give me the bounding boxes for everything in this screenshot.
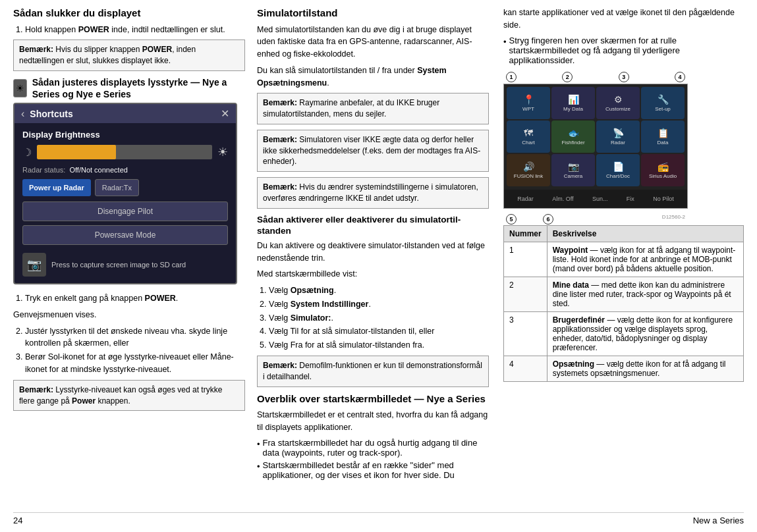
table-row-2: 2 Mine data — med dette ikon kan du admi…	[504, 277, 744, 311]
table-cell-num-4: 4	[504, 356, 547, 381]
radar-buttons-row: Power up Radar Radar:Tx	[22, 179, 228, 196]
note1-label: Bemærk:	[19, 45, 53, 54]
power-up-radar-button[interactable]: Power up Radar	[22, 179, 91, 196]
screen-apps-grid: 📍WPT 📊My Data ⚙Customize 🔧Set-up 🗺Chart …	[504, 84, 687, 190]
right-bullet1: • Stryg fingeren hen over skærmen for at…	[503, 36, 744, 65]
sim-note3-box: Bemærk: Hvis du ændrer systemindstilling…	[257, 177, 489, 209]
startscreen-bullet1: • Fra startskærmbilledet har du også hur…	[257, 438, 489, 458]
table-col-beskrivelse: Beskrivelse	[547, 225, 743, 242]
col-mid: Simulatortilstand Med simulatortilstande…	[257, 7, 501, 507]
table-cell-num-1: 1	[504, 242, 547, 277]
brightness-bar-fill	[37, 145, 116, 159]
simulatortilstand-heading: Simulatortilstand	[257, 7, 489, 20]
right-para1: kan starte applikationer ved at vælge ik…	[503, 7, 744, 32]
table-header-row: Nummer Beskrivelse	[504, 225, 744, 242]
table-col-nummer: Nummer	[504, 225, 547, 242]
circle-num-2: 2	[562, 72, 573, 82]
app-customize: ⚙Customize	[596, 87, 640, 119]
table-cell-desc-2: Mine data — med dette ikon kan du admini…	[547, 277, 743, 311]
screen-container: 1 2 3 4 📍WPT 📊My Data ⚙Customize 🔧Set-up…	[503, 72, 688, 220]
sim-section2-heading: Sådan aktiverer eller deaktiverer du sim…	[257, 214, 489, 237]
step1-text: Hold knappen	[25, 25, 78, 34]
col-right: kan starte applikationer ved at vælge ik…	[501, 7, 744, 507]
app-chartdoc: 📄Chart/Doc	[596, 154, 640, 186]
sim-note2-box: Bemærk: Simulatoren viser IKKE ægte data…	[257, 130, 489, 172]
circle-num-3: 3	[619, 72, 629, 82]
step1-bold: POWER	[78, 25, 109, 34]
table-row-1: 1 Waypoint — vælg ikon for at få adgang …	[504, 242, 744, 277]
note1-text: Hvis du slipper knappen	[53, 45, 142, 54]
sim-para1: Med simulatortilstanden kan du øve dig i…	[257, 24, 489, 61]
sim-para3: Du kan aktivere og deaktivere simulator-…	[257, 240, 489, 265]
page-number: 24	[13, 516, 22, 525]
note1-box: Bemærk: Hvis du slipper knappen POWER, i…	[13, 40, 245, 71]
screen-btn-radar: Radar	[517, 196, 534, 202]
note1-bold: POWER	[142, 45, 172, 54]
app-chart: 🗺Chart	[507, 120, 550, 153]
app-wpt: 📍WPT	[507, 87, 550, 119]
screen-image: 📍WPT 📊My Data ⚙Customize 🔧Set-up 🗺Chart …	[503, 84, 688, 209]
note2-box: Bemærk: Lysstyrke-niveauet kan også øges…	[13, 380, 245, 412]
sim-para2-text: Du kan slå simulatortilstanden til / fra…	[257, 66, 417, 75]
sun-icon: ☀	[217, 145, 228, 159]
sim-note3-label: Bemærk:	[263, 182, 297, 192]
shortcuts-body: Display Brightness ☽ ☀ Radar status: Off…	[14, 123, 236, 283]
sim-note2-label: Bemærk:	[263, 135, 297, 144]
screen-btn-sun: Sun...	[592, 196, 608, 202]
step-list-3: Berør Sol-ikonet for at øge lysstyrke-ni…	[25, 351, 245, 376]
chevron-left-icon: ‹	[21, 108, 24, 120]
brightness-bar-container[interactable]	[37, 145, 212, 159]
app-data: 📋Data	[641, 120, 685, 153]
moon-icon: ☽	[22, 146, 32, 159]
bullet-dot-1: •	[257, 439, 260, 449]
note2-rest: knappen.	[96, 396, 130, 406]
table-cell-desc-1: Waypoint — vælg ikon for at få adgang ti…	[547, 242, 743, 277]
shortcuts-panel: ‹ Shortcuts ✕ Display Brightness ☽ ☀	[13, 103, 237, 284]
footer-row: 24 New a Series	[13, 512, 744, 525]
close-icon[interactable]: ✕	[221, 107, 229, 120]
screen-ref: D12560-2	[503, 214, 685, 220]
circle-num-1: 1	[506, 72, 517, 82]
disengage-pilot-button[interactable]: Disengage Pilot	[22, 201, 228, 221]
step-list-1-text: Tryk en enkelt gang på knappen POWER.	[25, 294, 178, 303]
step-list-1: Tryk en enkelt gang på knappen POWER.	[25, 292, 245, 305]
sim-step4: Vælg Til for at slå simulator-tilstanden…	[269, 325, 489, 338]
circle-num-6: 6	[543, 214, 553, 225]
right-bullet-dot: •	[503, 37, 507, 47]
radar-status-value: Off/Not connected	[69, 166, 127, 174]
radar-tx-button[interactable]: Radar:Tx	[95, 179, 139, 196]
info-table: Nummer Beskrivelse 1 Waypoint — vælg iko…	[503, 225, 744, 382]
table-cell-num-2: 2	[504, 277, 547, 311]
radar-status-row: Radar status: Off/Not connected	[22, 166, 228, 174]
table-bold-2: Mine data	[553, 280, 589, 290]
sim-para2-rest: .	[327, 78, 329, 88]
powersave-mode-button[interactable]: Powersave Mode	[22, 225, 228, 245]
app-setup: 🔧Set-up	[641, 87, 685, 119]
screen-btn-nopilot: No Pilot	[653, 196, 674, 202]
table-row-4: 4 Opsætning — vælg dette ikon for at få …	[504, 356, 744, 381]
sim-note1-label: Bemærk:	[263, 98, 297, 107]
step1-rest: inde, indtil nedtællingen er slut.	[109, 25, 225, 34]
brightness-row: ☽ ☀	[22, 145, 228, 159]
section2-heading: Sådan justeres displayets lysstyrke — Ny…	[32, 76, 245, 100]
step1-item: Hold knappen POWER inde, indtil nedtælli…	[25, 24, 245, 36]
camera-row: 📷 Press to capture screen image to SD ca…	[22, 253, 228, 277]
page-series: New a Series	[693, 516, 744, 525]
sim-note1-box: Bemærk: Raymarine anbefaler, at du IKKE …	[257, 93, 489, 124]
camera-label: Press to capture screen image to SD card	[51, 261, 186, 269]
screen-bottom-bar: Radar Alm. Off Sun... Fix No Pilot	[504, 190, 687, 208]
startscreen-bullet2: • Startskærmbilledet består af en række …	[257, 460, 489, 480]
sim-note4-box: Bemærk: Demofilm-funktionen er kun til d…	[257, 356, 489, 387]
display-brightness-label: Display Brightness	[22, 130, 228, 140]
sim-para4: Med startskærmbillede vist:	[257, 268, 489, 280]
app-radar: 📡Radar	[596, 120, 640, 153]
app-mydata: 📊My Data	[551, 87, 595, 119]
screen-btn-almoff: Alm. Off	[552, 196, 573, 202]
table-bold-1: Waypoint	[553, 246, 588, 255]
table-bold-4: Opsætning	[553, 359, 594, 369]
radar-status-label: Radar status:	[22, 166, 65, 174]
table-cell-desc-4: Opsætning — vælg dette ikon for at få ad…	[547, 356, 743, 381]
app-fusion: 🔊FUSION link	[507, 154, 550, 186]
columns: Sådan slukker du displayet Hold knappen …	[13, 7, 744, 507]
table-cell-num-3: 3	[504, 311, 547, 356]
